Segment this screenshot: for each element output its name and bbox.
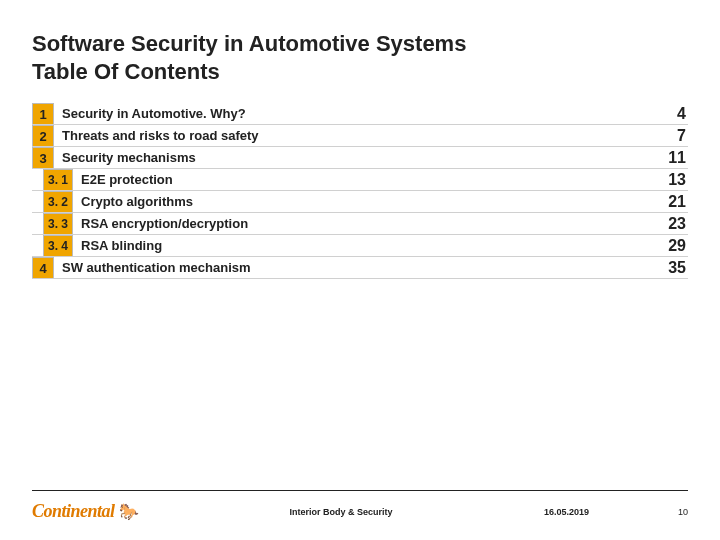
toc-number: 4 xyxy=(32,257,54,278)
table-of-contents: 1 Security in Automotive. Why? 4 2 Threa… xyxy=(32,103,688,279)
horse-icon: 🐎 xyxy=(119,502,139,521)
toc-row: 2 Threats and risks to road safety 7 xyxy=(32,125,688,147)
footer-rule xyxy=(32,490,688,491)
toc-label: Security in Automotive. Why? xyxy=(54,103,646,124)
toc-number: 2 xyxy=(32,125,54,146)
toc-label: E2E protection xyxy=(73,169,646,190)
toc-label: Threats and risks to road safety xyxy=(54,125,646,146)
toc-label: RSA encryption/decryption xyxy=(73,213,646,234)
toc-label: RSA blinding xyxy=(73,235,646,256)
toc-page: 23 xyxy=(646,213,688,234)
title-line1: Software Security in Automotive Systems xyxy=(32,30,688,58)
toc-page: 7 xyxy=(646,125,688,146)
indent-spacer xyxy=(32,213,43,234)
toc-page: 21 xyxy=(646,191,688,212)
slide: Software Security in Automotive Systems … xyxy=(0,0,720,540)
toc-row: 3. 4 RSA blinding 29 xyxy=(32,235,688,257)
toc-row: 1 Security in Automotive. Why? 4 xyxy=(32,103,688,125)
footer: Continental 🐎 Interior Body & Security 1… xyxy=(32,490,688,522)
indent-spacer xyxy=(32,235,43,256)
toc-number: 3 xyxy=(32,147,54,168)
toc-row: 4 SW authentication mechanism 35 xyxy=(32,257,688,279)
toc-number: 3. 1 xyxy=(43,169,73,190)
toc-row: 3. 2 Crypto algorithms 21 xyxy=(32,191,688,213)
footer-date: 16.05.2019 xyxy=(544,507,664,517)
toc-number: 1 xyxy=(32,103,54,124)
toc-label: Security mechanisms xyxy=(54,147,646,168)
toc-number: 3. 3 xyxy=(43,213,73,234)
footer-page-number: 10 xyxy=(664,507,688,517)
toc-page: 35 xyxy=(646,257,688,278)
indent-spacer xyxy=(32,169,43,190)
footer-row: Continental 🐎 Interior Body & Security 1… xyxy=(32,501,688,522)
logo-text: Continental xyxy=(32,501,115,522)
title-block: Software Security in Automotive Systems … xyxy=(32,30,688,85)
toc-page: 13 xyxy=(646,169,688,190)
toc-page: 4 xyxy=(646,103,688,124)
toc-row: 3. 3 RSA encryption/decryption 23 xyxy=(32,213,688,235)
continental-logo: Continental 🐎 xyxy=(32,501,138,522)
toc-row: 3. 1 E2E protection 13 xyxy=(32,169,688,191)
indent-spacer xyxy=(32,191,43,212)
toc-page: 11 xyxy=(646,147,688,168)
footer-center: Interior Body & Security xyxy=(138,507,544,517)
toc-row: 3 Security mechanisms 11 xyxy=(32,147,688,169)
title-line2: Table Of Contents xyxy=(32,58,688,86)
toc-number: 3. 4 xyxy=(43,235,73,256)
toc-number: 3. 2 xyxy=(43,191,73,212)
toc-page: 29 xyxy=(646,235,688,256)
toc-label: Crypto algorithms xyxy=(73,191,646,212)
toc-label: SW authentication mechanism xyxy=(54,257,646,278)
